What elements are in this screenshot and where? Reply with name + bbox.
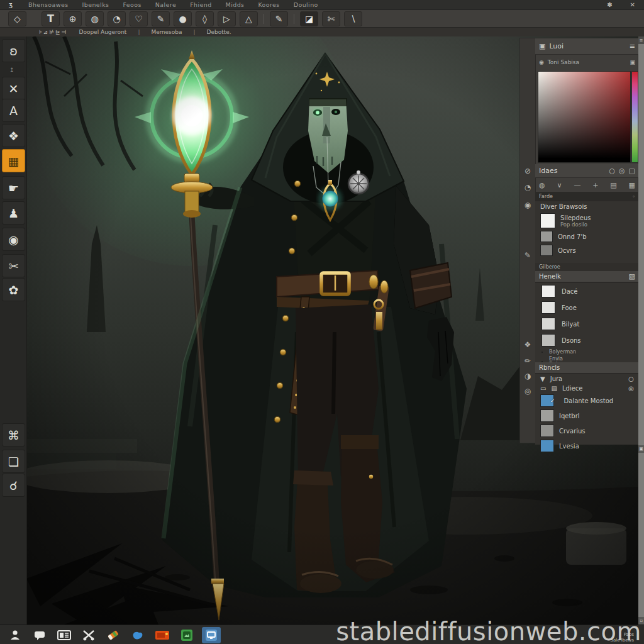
ribbon-tool[interactable]: ✿: [2, 278, 25, 301]
layer-row[interactable]: Fooe: [535, 299, 639, 316]
color-panel-header[interactable]: ▣ Luoi ≡: [535, 38, 639, 55]
layer-row[interactable]: Bolyerman: [535, 348, 639, 355]
layer-thumb[interactable]: [541, 352, 543, 353]
group-subheader[interactable]: Farde ◦: [535, 192, 639, 201]
close-icon[interactable]: ✕: [621, 1, 644, 8]
menu-item-5[interactable]: Fhiend: [183, 1, 218, 8]
fill-tool-active[interactable]: ▦: [2, 149, 25, 172]
pencil-rail-icon[interactable]: ✏: [520, 357, 535, 365]
triangle-icon[interactable]: △: [240, 11, 258, 26]
diamond-rail-icon[interactable]: ❖: [520, 340, 535, 349]
settings-icon[interactable]: ✽: [598, 1, 621, 8]
scroll-mid-icon[interactable]: ▣: [638, 445, 644, 453]
lasso-tool[interactable]: ʚ: [2, 39, 25, 62]
cut-icon[interactable]: ✄: [322, 11, 340, 26]
loop-tool[interactable]: ⌘: [2, 423, 25, 447]
layer-row[interactable]: Bilyat: [535, 316, 639, 332]
target-icon[interactable]: ⊕: [64, 11, 82, 26]
pen-icon[interactable]: ✎: [152, 11, 170, 26]
presets-panel-header[interactable]: Rbncls: [535, 362, 639, 374]
list-item[interactable]: Onnd 7'b: [535, 230, 639, 243]
node-tool[interactable]: ☌: [2, 474, 25, 497]
color-mode-row[interactable]: ◉ Toni Sabisa ▣: [535, 55, 639, 70]
list-item[interactable]: Silepdeus Pop dosilo: [535, 212, 639, 230]
type-tool[interactable]: A: [2, 99, 25, 122]
saturation-value-square[interactable]: [538, 71, 631, 163]
hatch-icon[interactable]: ▧: [629, 272, 635, 280]
rotate-icon[interactable]: ◔: [108, 11, 126, 26]
blend-icon[interactable]: ◍: [539, 181, 545, 189]
preset-thumb[interactable]: [540, 409, 554, 422]
menu-item-4[interactable]: Nalere: [148, 1, 183, 8]
menu-item-8[interactable]: Doulino: [287, 1, 325, 8]
camera-tool[interactable]: ◉: [2, 228, 25, 251]
layers-panel-header[interactable]: Henelk ▧: [535, 271, 639, 282]
swatch-gray[interactable]: [540, 231, 553, 242]
stamp-tool[interactable]: ❖: [2, 124, 25, 147]
eye-button-icon[interactable]: ◎: [628, 385, 634, 392]
layer-thumb[interactable]: [541, 301, 555, 314]
options-segment-3[interactable]: Debotte.: [207, 29, 231, 35]
swatch-gray[interactable]: [540, 245, 553, 256]
layer-row[interactable]: Dacé: [535, 283, 639, 299]
menu-item-6[interactable]: Midds: [219, 1, 252, 8]
droplet-icon[interactable]: ◊: [196, 11, 214, 26]
user-icon[interactable]: [6, 627, 25, 643]
square-outline-icon[interactable]: ▢: [629, 167, 635, 175]
layer-thumb[interactable]: [541, 334, 555, 347]
hue-slider[interactable]: [631, 71, 638, 163]
preset-row[interactable]: Iqetbrl: [535, 408, 639, 423]
pencil-icon[interactable]: ✎: [270, 11, 288, 26]
eraser-icon[interactable]: [104, 627, 123, 643]
play-shape-icon[interactable]: ▷: [218, 11, 236, 26]
list-footer[interactable]: Gilberoe: [535, 263, 639, 271]
preset-row[interactable]: ▭ ▤ Ldiece ◎: [535, 384, 639, 393]
chevron-down-icon[interactable]: ∨: [557, 181, 562, 189]
pen-rail-icon[interactable]: ✎: [520, 251, 535, 260]
quadrant-icon[interactable]: ◔: [520, 183, 535, 192]
list-item[interactable]: Ocvrs: [535, 243, 639, 257]
contrast-rail-icon[interactable]: ◑: [520, 372, 535, 380]
shape-tool[interactable]: ♟: [2, 201, 25, 225]
no-fill-icon[interactable]: ⊘: [520, 167, 535, 175]
double-circle-icon[interactable]: ◎: [619, 167, 625, 175]
text-tool-icon[interactable]: T: [42, 11, 60, 26]
clone-icon[interactable]: ◍: [86, 11, 104, 26]
preset-thumb-blue[interactable]: [540, 440, 554, 452]
preset-row[interactable]: Lvesia: [535, 438, 639, 453]
vertical-scrollbar[interactable]: ≡ ▣ ▫: [638, 36, 644, 625]
plus-icon[interactable]: +: [592, 181, 598, 189]
minus-icon[interactable]: —: [574, 181, 580, 189]
circle-button-icon[interactable]: ○: [628, 375, 634, 382]
preset-row[interactable]: ▼ Jura ○: [535, 374, 639, 384]
window-list-icon[interactable]: [55, 627, 74, 643]
menu-item-2[interactable]: Ibenelks: [75, 1, 116, 8]
shape-select-icon[interactable]: ◇: [8, 11, 26, 26]
swatch-white[interactable]: [540, 213, 555, 228]
shapes-tool[interactable]: ❏: [2, 450, 25, 473]
cut-tool[interactable]: ✕: [2, 77, 25, 100]
tools-icon[interactable]: [79, 627, 98, 643]
layer-thumb[interactable]: [541, 285, 555, 297]
menu-item-3[interactable]: Feoos: [116, 1, 148, 8]
chat-icon[interactable]: [30, 627, 49, 643]
blob-brush-icon[interactable]: ●: [174, 11, 192, 26]
preset-row[interactable]: ✓ Dalante Mostod: [535, 393, 639, 408]
display-icon[interactable]: [202, 627, 221, 643]
menu-item-1[interactable]: Bhensoawes: [21, 1, 75, 8]
preset-thumb[interactable]: [540, 425, 554, 437]
line-icon[interactable]: ∖: [344, 11, 362, 26]
gallery-icon[interactable]: [177, 627, 196, 643]
camera-small-icon[interactable]: ▣: [630, 59, 635, 65]
titlebar[interactable]: ʒ Bhensoawes Ibenelks Feoos Nalere Fhien…: [0, 0, 644, 10]
grid-dense-icon[interactable]: ▦: [629, 181, 635, 189]
heart-icon[interactable]: ♡: [130, 11, 148, 26]
circle-icon[interactable]: ○: [609, 167, 615, 175]
options-segment-1[interactable]: Doopel Augeront: [79, 29, 126, 35]
gradient-icon[interactable]: ◪: [300, 11, 318, 26]
blob-icon[interactable]: [128, 627, 147, 643]
layer-row[interactable]: Dsons: [535, 332, 639, 348]
grid-icon[interactable]: ▤: [610, 181, 616, 189]
hand-tool[interactable]: ☛: [2, 176, 25, 199]
scissors-tool[interactable]: ✂: [2, 254, 25, 277]
